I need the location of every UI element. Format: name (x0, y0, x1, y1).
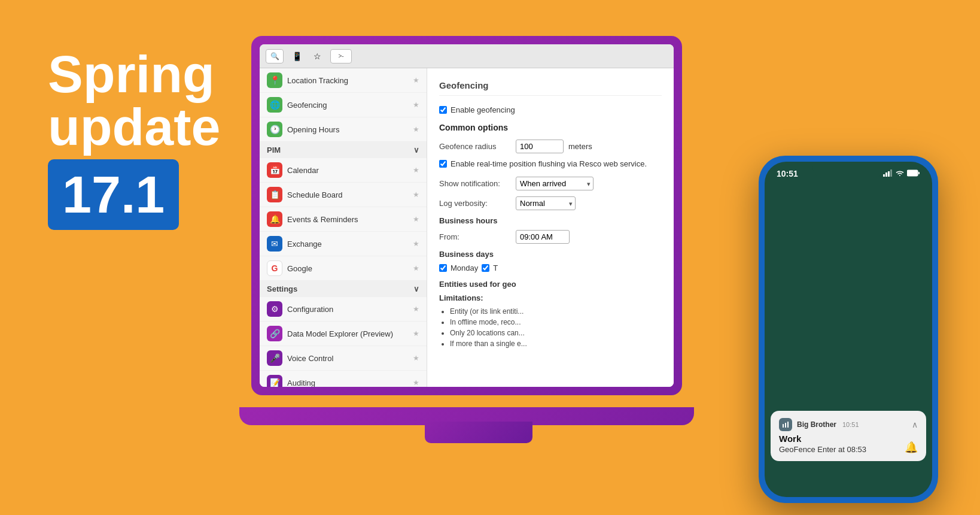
notification-app-name: Big Brother (797, 420, 836, 429)
geofencing-icon: 🌐 (267, 97, 282, 113)
configuration-icon: ⚙ (267, 301, 282, 317)
from-input[interactable] (516, 230, 570, 244)
device-icon: 📱 (290, 49, 304, 63)
geofence-radius-unit: meters (568, 142, 592, 151)
sidebar-label-exchange: Exchange (287, 240, 408, 249)
star-opening-hours: ★ (413, 125, 419, 134)
tuesday-label: T (493, 263, 498, 272)
svg-rect-6 (783, 424, 784, 428)
notification-body: GeoFence Enter at 08:53 (779, 445, 918, 454)
tuesday-checkbox[interactable] (482, 264, 489, 272)
realtime-checkbox[interactable] (439, 160, 447, 168)
common-options-title: Common options (439, 123, 662, 132)
log-verbosity-label: Log verbosity: (439, 199, 511, 208)
sidebar-section-settings[interactable]: Settings ∨ (260, 281, 427, 297)
limitation-2: In offline mode, reco... (450, 318, 662, 326)
svg-rect-2 (888, 171, 890, 177)
enable-geofencing-checkbox[interactable] (439, 106, 447, 114)
sidebar-label-configuration: Configuration (287, 305, 408, 314)
log-verbosity-row: Log verbosity: Normal Verbose (439, 196, 662, 210)
sidebar-label-events-reminders: Events & Reminders (287, 215, 408, 224)
section-settings-label: Settings (267, 284, 297, 293)
from-label: From: (439, 232, 511, 241)
notification-time: 10:51 (842, 421, 859, 428)
sidebar-item-voice-control[interactable]: 🎤 Voice Control ★ (260, 346, 427, 371)
sidebar-item-schedule-board[interactable]: 📋 Schedule Board ★ (260, 183, 427, 207)
sidebar-section-pim[interactable]: PIM ∨ (260, 142, 427, 158)
search-box[interactable]: 🔍 (266, 49, 284, 63)
limitation-4: If more than a single e... (450, 340, 662, 348)
log-verbosity-select[interactable]: Normal Verbose (516, 196, 576, 210)
limitations-list: Entity (or its link entiti... In offline… (439, 307, 662, 348)
business-hours-title: Business hours (439, 216, 662, 225)
star-schedule-board: ★ (413, 190, 419, 199)
sidebar-item-calendar[interactable]: 📅 Calendar ★ (260, 158, 427, 183)
show-notification-select[interactable]: When arrived When left Always Never (516, 177, 594, 190)
sidebar-item-data-model-explorer[interactable]: 🔗 Data Model Explorer (Preview) ★ (260, 322, 427, 346)
main-panel: Geofencing Enable geofencing Common opti… (427, 68, 674, 387)
star-geofencing: ★ (413, 101, 419, 109)
laptop: 🔍 📱 ☆ >- 📍 Location Tracking ★ 🌐 Geofen (251, 36, 694, 443)
geofence-radius-input[interactable] (516, 140, 564, 153)
svg-rect-1 (885, 172, 887, 177)
svg-rect-4 (907, 170, 918, 176)
star-events-reminders: ★ (413, 215, 419, 223)
panel-title: Geofencing (439, 80, 662, 96)
star-exchange: ★ (413, 240, 419, 248)
show-notification-row: Show notification: When arrived When lef… (439, 177, 662, 190)
hero-section: Spring update 17.1 (48, 48, 220, 230)
sidebar-item-events-reminders[interactable]: 🔔 Events & Reminders ★ (260, 207, 427, 232)
version-badge: 17.1 (48, 159, 179, 230)
star-data-model-explorer: ★ (413, 329, 419, 338)
geofence-radius-label: Geofence radius (439, 142, 511, 151)
realtime-label: Enable real-time position flushing via R… (451, 159, 647, 168)
entities-title: Entities used for geo (439, 280, 662, 289)
svg-rect-7 (785, 423, 786, 428)
star-configuration: ★ (413, 305, 419, 313)
realtime-row: Enable real-time position flushing via R… (439, 159, 662, 168)
monday-checkbox[interactable] (439, 264, 447, 272)
sidebar-item-location-tracking[interactable]: 📍 Location Tracking ★ (260, 68, 427, 93)
phone-status-icons (883, 169, 920, 178)
sidebar-item-geofencing[interactable]: 🌐 Geofencing ★ (260, 93, 427, 117)
star-auditing: ★ (413, 378, 419, 387)
sidebar-item-exchange[interactable]: ✉ Exchange ★ (260, 232, 427, 256)
sidebar-label-voice-control: Voice Control (287, 354, 408, 363)
auditing-icon: 📝 (267, 375, 282, 387)
phone-screen: 10:51 (765, 162, 932, 497)
notification-card: Big Brother 10:51 ∧ Work GeoFence Enter … (771, 411, 926, 461)
business-days-title: Business days (439, 250, 662, 259)
notification-dismiss-icon[interactable]: ∧ (912, 420, 918, 429)
section-pim-label: PIM (267, 146, 281, 154)
sidebar-item-google[interactable]: G Google ★ (260, 256, 427, 281)
sidebar-label-location-tracking: Location Tracking (287, 76, 408, 85)
laptop-screen-border: 🔍 📱 ☆ >- 📍 Location Tracking ★ 🌐 Geofen (251, 36, 682, 395)
wifi-icon (895, 169, 905, 178)
schedule-board-icon: 📋 (267, 187, 282, 202)
exchange-icon: ✉ (267, 236, 282, 252)
business-days-row: Monday T (439, 263, 662, 272)
svg-rect-3 (890, 169, 892, 177)
events-reminders-icon: 🔔 (267, 211, 282, 227)
phone: 10:51 (759, 156, 950, 503)
phone-notch (812, 162, 884, 178)
sidebar-item-auditing[interactable]: 📝 Auditing ★ (260, 371, 427, 387)
limitation-1: Entity (or its link entiti... (450, 307, 662, 316)
sidebar-item-opening-hours[interactable]: 🕐 Opening Hours ★ (260, 117, 427, 142)
notification-header: Big Brother 10:51 ∧ (779, 418, 918, 431)
sidebar-item-configuration[interactable]: ⚙ Configuration ★ (260, 297, 427, 322)
from-row: From: (439, 230, 662, 244)
chevron-down-icon: ∨ (413, 146, 419, 154)
sidebar-label-opening-hours: Opening Hours (287, 125, 408, 134)
opening-hours-icon: 🕐 (267, 122, 282, 137)
chevron-settings-icon: ∨ (413, 284, 419, 293)
limitation-3: Only 20 locations can... (450, 329, 662, 337)
location-tracking-icon: 📍 (267, 72, 282, 88)
star-voice-control: ★ (413, 354, 419, 362)
terminal-button[interactable]: >- (330, 49, 352, 63)
sidebar-label-calendar: Calendar (287, 166, 408, 175)
sidebar-label-data-model-explorer: Data Model Explorer (Preview) (287, 329, 408, 338)
star-calendar: ★ (413, 166, 419, 174)
show-notification-wrapper: When arrived When left Always Never (516, 177, 594, 190)
notification-title: Work (779, 434, 918, 444)
